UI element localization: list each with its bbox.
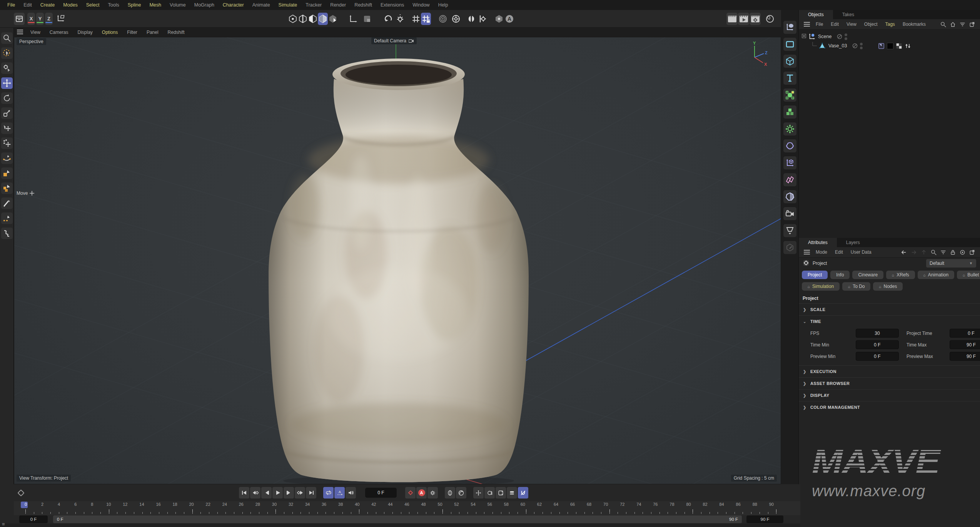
frame-label-90[interactable]: 90 xyxy=(769,502,774,507)
viewport-menu-panel[interactable]: Panel xyxy=(142,30,163,35)
frame-label-44[interactable]: 44 xyxy=(387,502,393,507)
field-time-max[interactable]: 90 F xyxy=(950,340,980,349)
frame-label-40[interactable]: 40 xyxy=(354,502,360,507)
section-color-management[interactable]: ❯COLOR MANAGEMENT xyxy=(799,401,980,413)
attr-tab-cineware[interactable]: Cineware xyxy=(852,271,883,279)
annotate-icon[interactable]: A xyxy=(504,13,514,25)
section-time[interactable]: ⌄TIME xyxy=(799,315,980,327)
preset-dropdown[interactable]: Default ▼ xyxy=(926,259,976,268)
sketch-pen-icon[interactable] xyxy=(1,167,13,179)
menu-file[interactable]: File xyxy=(3,2,19,8)
cloner-icon[interactable] xyxy=(783,105,796,119)
attributes-menu-edit[interactable]: Edit xyxy=(831,249,847,255)
range-start-field[interactable]: 0 F xyxy=(19,515,48,523)
material-swatch[interactable] xyxy=(887,43,893,49)
viewport-menu-view[interactable]: View xyxy=(26,30,45,35)
render-view-icon[interactable] xyxy=(726,13,738,25)
field-project-time[interactable]: 0 F xyxy=(950,329,980,338)
range-end-field[interactable]: 90 F xyxy=(746,515,783,523)
attributes-hamburger-icon[interactable] xyxy=(804,250,810,254)
keyframe-settings-icon[interactable] xyxy=(427,487,438,499)
layer-icon[interactable] xyxy=(507,487,517,499)
line-pen-icon[interactable] xyxy=(1,212,13,224)
axis-lock-y[interactable]: Y xyxy=(36,13,44,25)
home-icon[interactable] xyxy=(950,22,956,27)
frame-label-20[interactable]: 20 xyxy=(189,502,194,507)
section-asset-browser[interactable]: ❯ASSET BROWSER xyxy=(799,377,980,389)
text-object-icon[interactable] xyxy=(783,72,796,85)
record-key-icon[interactable] xyxy=(405,487,416,499)
forward-arrow-icon[interactable] xyxy=(911,249,917,255)
poly-pen-icon[interactable] xyxy=(783,241,796,254)
filter-icon[interactable] xyxy=(960,22,965,27)
frame-label-62[interactable]: 62 xyxy=(537,502,542,507)
key-rotation-icon[interactable] xyxy=(456,487,466,499)
attributes-menu-user-data[interactable]: User Data xyxy=(847,249,875,255)
frame-label-84[interactable]: 84 xyxy=(719,502,725,507)
frame-label-2[interactable]: 2 xyxy=(40,502,45,507)
viewport[interactable]: Perspective Default Camera Y Z X Move Vi… xyxy=(14,37,781,484)
frame-label-26[interactable]: 26 xyxy=(239,502,244,507)
frame-label-30[interactable]: 30 xyxy=(272,502,277,507)
frame-label-80[interactable]: 80 xyxy=(686,502,691,507)
frame-label-14[interactable]: 14 xyxy=(139,502,144,507)
point-move-icon[interactable] xyxy=(1,137,13,149)
menu-create[interactable]: Create xyxy=(36,2,59,8)
popout-icon[interactable] xyxy=(969,249,975,255)
objects-menu-bookmarks[interactable]: Bookmarks xyxy=(899,22,930,27)
spline-smooth-icon[interactable] xyxy=(1,228,13,239)
attr-tab-bullet[interactable]: ⌂Bullet xyxy=(957,271,980,279)
range-slider[interactable]: 0 F 90 F xyxy=(53,515,742,523)
tweak-icon[interactable] xyxy=(1,62,13,74)
frame-label-42[interactable]: 42 xyxy=(371,502,376,507)
toolbox-icon[interactable] xyxy=(14,13,25,25)
frame-label-36[interactable]: 36 xyxy=(321,502,327,507)
attr-tab-to-do[interactable]: ⌂To Do xyxy=(842,282,870,291)
texture-mode-icon[interactable] xyxy=(328,13,338,25)
frame-label-22[interactable]: 22 xyxy=(205,502,211,507)
render-settings-icon[interactable] xyxy=(750,13,761,25)
symmetry-icon[interactable] xyxy=(466,13,476,25)
status-menu-icon[interactable]: ≡ xyxy=(2,521,5,527)
loop-icon[interactable] xyxy=(323,487,334,499)
frame-label-72[interactable]: 72 xyxy=(619,502,625,507)
menu-character[interactable]: Character xyxy=(219,2,248,8)
tab-layers[interactable]: Layers xyxy=(837,238,869,247)
frame-label-46[interactable]: 46 xyxy=(404,502,409,507)
live-selection-icon[interactable] xyxy=(1,47,13,59)
menu-window[interactable]: Window xyxy=(408,2,434,8)
frame-label-58[interactable]: 58 xyxy=(504,502,509,507)
menu-volume[interactable]: Volume xyxy=(165,2,190,8)
grid-lock-icon[interactable] xyxy=(421,13,431,25)
expand-toggle-icon[interactable] xyxy=(802,34,806,39)
goto-start-icon[interactable] xyxy=(239,487,249,499)
menu-modes[interactable]: Modes xyxy=(59,2,82,8)
polygon-mode-icon[interactable] xyxy=(308,13,318,25)
frame-label-74[interactable]: 74 xyxy=(636,502,641,507)
object-name[interactable]: Vase_03 xyxy=(828,43,847,49)
tree-row-scene[interactable]: Scene xyxy=(799,32,980,41)
frame-label-34[interactable]: 34 xyxy=(305,502,310,507)
menu-render[interactable]: Render xyxy=(326,2,350,8)
frame-label-16[interactable]: 16 xyxy=(156,502,161,507)
vase-model[interactable] xyxy=(269,59,529,484)
frame-label-78[interactable]: 78 xyxy=(669,502,674,507)
spline-pen-icon[interactable] xyxy=(1,152,13,164)
prev-frame-icon[interactable] xyxy=(261,487,272,499)
current-frame-field[interactable]: 0 F xyxy=(365,488,397,498)
attr-tab-nodes[interactable]: ⌂Nodes xyxy=(873,282,903,291)
rotate-icon[interactable] xyxy=(1,92,13,104)
axis-lock-z[interactable]: Z xyxy=(45,13,53,25)
frame-label-50[interactable]: 50 xyxy=(437,502,443,507)
axis-gizmo[interactable]: Y Z X xyxy=(742,41,770,70)
menu-tracker[interactable]: Tracker xyxy=(301,2,326,8)
autokey-icon[interactable]: A xyxy=(416,487,427,499)
section-execution[interactable]: ❯EXECUTION xyxy=(799,365,980,377)
menu-help[interactable]: Help xyxy=(434,2,452,8)
attr-tab-xrefs[interactable]: ⌂XRefs xyxy=(886,271,915,279)
frame-label-6[interactable]: 6 xyxy=(73,502,78,507)
frame-label-32[interactable]: 32 xyxy=(288,502,294,507)
workplane-icon[interactable] xyxy=(362,13,372,25)
object-move-icon[interactable] xyxy=(1,122,13,134)
view-label[interactable]: Perspective xyxy=(17,38,46,45)
